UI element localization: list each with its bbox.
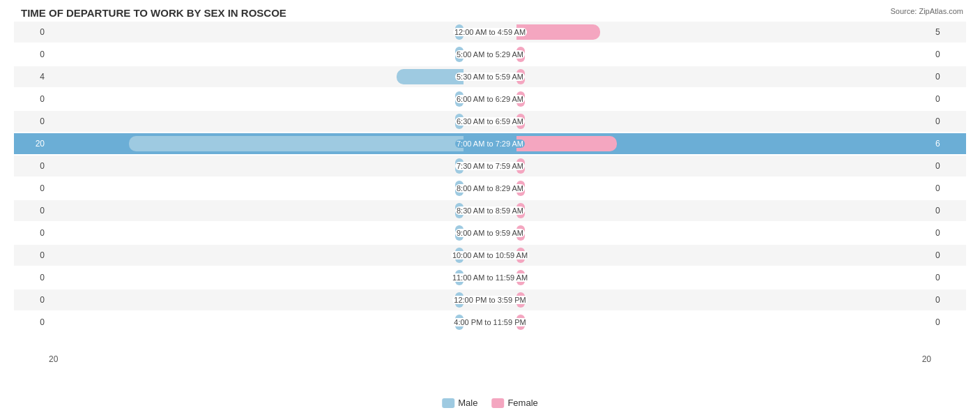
time-label: 7:30 AM to 7:59 AM xyxy=(455,162,525,170)
value-right: 0 xyxy=(931,94,966,104)
value-right: 0 xyxy=(931,273,966,282)
left-bar-container xyxy=(49,91,464,107)
bars-center: 4:00 PM to 11:59 PM xyxy=(49,312,931,333)
bars-center: 11:00 AM to 11:59 AM xyxy=(49,267,931,288)
value-left: 0 xyxy=(14,94,49,104)
value-left: 0 xyxy=(14,250,49,260)
chart-row: 0 6:30 AM to 6:59 AM 0 xyxy=(14,111,966,132)
label-container: 5:00 AM to 5:29 AM xyxy=(464,50,516,59)
time-label: 6:30 AM to 6:59 AM xyxy=(455,117,525,126)
left-bar-container xyxy=(49,248,464,263)
time-label: 6:00 AM to 6:29 AM xyxy=(455,95,525,103)
chart-row: 0 5:00 AM to 5:29 AM 0 xyxy=(14,44,966,65)
left-bar-container xyxy=(49,315,464,330)
time-label: 11:00 AM to 11:59 AM xyxy=(451,273,529,282)
value-left: 0 xyxy=(14,116,49,126)
value-right: 0 xyxy=(931,317,966,327)
value-left: 0 xyxy=(14,295,49,305)
source-label: Source: ZipAtlas.com xyxy=(890,7,963,15)
bar-pair: 5:00 AM to 5:29 AM xyxy=(49,44,931,65)
left-bar-container xyxy=(49,47,464,62)
bar-pair: 5:30 AM to 5:59 AM xyxy=(49,66,931,87)
bar-pair: 12:00 AM to 4:59 AM xyxy=(49,22,931,43)
bar-pair: 10:00 AM to 10:59 AM xyxy=(49,245,931,266)
bars-center: 7:30 AM to 7:59 AM xyxy=(49,156,931,176)
value-left: 0 xyxy=(14,27,49,37)
left-bar-container xyxy=(49,114,464,129)
label-container: 5:30 AM to 5:59 AM xyxy=(464,73,516,81)
value-left: 0 xyxy=(14,273,49,282)
male-bar xyxy=(129,136,464,151)
value-right: 0 xyxy=(931,183,966,193)
legend-female: Female xyxy=(491,398,537,408)
left-bar-container xyxy=(49,203,464,218)
chart-row: 4 5:30 AM to 5:59 AM 0 xyxy=(14,66,966,87)
value-right: 6 xyxy=(931,139,966,149)
value-right: 0 xyxy=(931,295,966,305)
bars-center: 8:00 AM to 8:29 AM xyxy=(49,178,931,199)
female-bar xyxy=(516,136,617,151)
male-bar xyxy=(397,69,464,84)
value-right: 5 xyxy=(931,27,966,37)
label-container: 8:00 AM to 8:29 AM xyxy=(464,184,516,193)
legend-male-label: Male xyxy=(458,398,477,408)
legend-male: Male xyxy=(442,398,477,408)
right-bar-container xyxy=(516,136,931,151)
axis-labels: 20 20 xyxy=(14,353,966,364)
bar-pair: 8:30 AM to 8:59 AM xyxy=(49,200,931,221)
chart-title: TIME OF DEPARTURE TO WORK BY SEX IN ROSC… xyxy=(14,7,966,19)
time-label: 10:00 AM to 10:59 AM xyxy=(451,251,529,259)
label-container: 10:00 AM to 10:59 AM xyxy=(464,251,516,259)
legend: Male Female xyxy=(442,398,538,408)
chart-row: 0 7:30 AM to 7:59 AM 0 xyxy=(14,156,966,176)
chart-row: 0 12:00 AM to 4:59 AM 5 xyxy=(14,22,966,43)
bar-pair: 8:00 AM to 8:29 AM xyxy=(49,178,931,199)
legend-male-box xyxy=(442,398,454,408)
value-left: 0 xyxy=(14,206,49,216)
female-bar xyxy=(516,24,600,40)
right-bar-container xyxy=(516,292,931,308)
value-right: 0 xyxy=(931,50,966,59)
chart-row: 0 9:00 AM to 9:59 AM 0 xyxy=(14,222,966,243)
right-bar-container xyxy=(516,315,931,330)
bar-pair: 9:00 AM to 9:59 AM xyxy=(49,222,931,243)
time-label: 8:00 AM to 8:29 AM xyxy=(455,184,525,193)
right-bar-container xyxy=(516,114,931,129)
chart-row: 0 12:00 PM to 3:59 PM 0 xyxy=(14,289,966,310)
label-container: 6:00 AM to 6:29 AM xyxy=(464,95,516,103)
bars-center: 7:00 AM to 7:29 AM xyxy=(49,133,931,154)
right-bar-container xyxy=(516,47,931,62)
chart-row: 0 11:00 AM to 11:59 AM 0 xyxy=(14,267,966,288)
value-left: 20 xyxy=(14,139,49,149)
bars-center: 9:00 AM to 9:59 AM xyxy=(49,222,931,243)
right-bar-container xyxy=(516,158,931,174)
bars-area: 0 12:00 AM to 4:59 AM 5 0 xyxy=(14,22,966,353)
value-right: 0 xyxy=(931,228,966,238)
bars-center: 5:30 AM to 5:59 AM xyxy=(49,66,931,87)
left-bar-container xyxy=(49,69,464,84)
left-bar-container xyxy=(49,181,464,196)
axis-left-label: 20 xyxy=(49,354,58,364)
right-bar-container xyxy=(516,270,931,285)
label-container: 7:30 AM to 7:59 AM xyxy=(464,162,516,170)
time-label: 9:00 AM to 9:59 AM xyxy=(455,229,525,237)
right-bar-container xyxy=(516,203,931,218)
label-container: 12:00 AM to 4:59 AM xyxy=(464,28,516,36)
bar-pair: 4:00 PM to 11:59 PM xyxy=(49,312,931,333)
chart-row: 0 10:00 AM to 10:59 AM 0 xyxy=(14,245,966,266)
chart-row: 0 8:30 AM to 8:59 AM 0 xyxy=(14,200,966,221)
value-right: 0 xyxy=(931,206,966,216)
left-bar-container xyxy=(49,136,464,151)
bar-pair: 6:00 AM to 6:29 AM xyxy=(49,89,931,110)
label-container: 12:00 PM to 3:59 PM xyxy=(464,296,516,304)
value-left: 0 xyxy=(14,50,49,59)
bars-center: 12:00 AM to 4:59 AM xyxy=(49,22,931,43)
right-bar-container xyxy=(516,69,931,84)
right-bar-container xyxy=(516,248,931,263)
left-bar-container xyxy=(49,270,464,285)
right-bar-container xyxy=(516,181,931,196)
label-container: 6:30 AM to 6:59 AM xyxy=(464,117,516,126)
bar-pair: 6:30 AM to 6:59 AM xyxy=(49,111,931,132)
value-left: 0 xyxy=(14,161,49,171)
left-bar-container xyxy=(49,225,464,241)
